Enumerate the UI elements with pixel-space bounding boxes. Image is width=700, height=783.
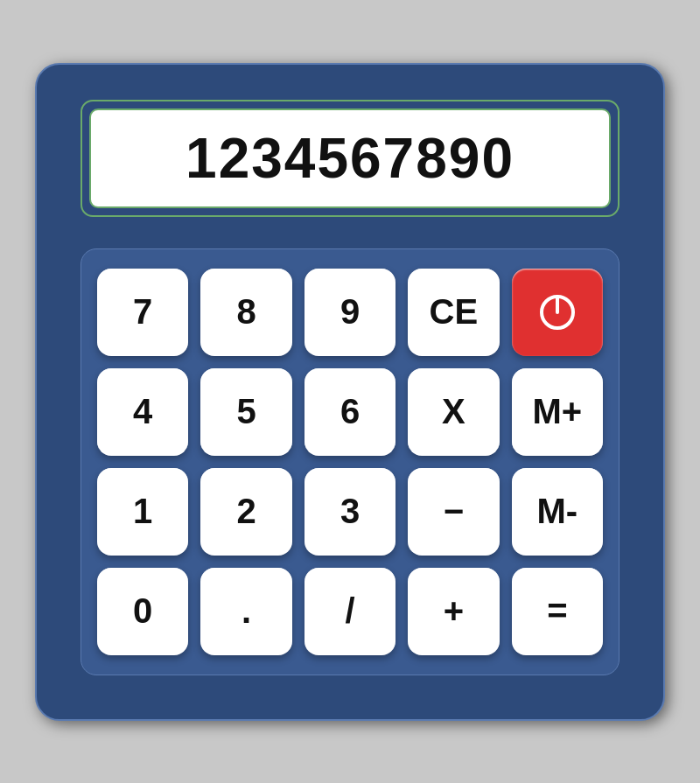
btn-equals[interactable]: = <box>512 568 603 655</box>
btn-2[interactable]: 2 <box>200 468 291 556</box>
row-1: 7 8 9 CE <box>97 269 603 356</box>
btn-8[interactable]: 8 <box>200 269 291 356</box>
btn-m-plus[interactable]: M+ <box>512 368 603 456</box>
display-wrapper: 1234567890 <box>80 100 620 217</box>
calculator: 1234567890 7 8 9 CE 4 5 6 X M+ 1 2 <box>35 63 665 721</box>
btn-ce[interactable]: CE <box>408 269 499 356</box>
row-3: 1 2 3 − M- <box>97 468 603 556</box>
btn-3[interactable]: 3 <box>304 468 396 556</box>
btn-4[interactable]: 4 <box>97 368 188 456</box>
power-icon <box>536 291 578 333</box>
display: 1234567890 <box>89 108 611 208</box>
btn-0[interactable]: 0 <box>97 568 188 655</box>
btn-1[interactable]: 1 <box>97 468 188 556</box>
btn-subtract[interactable]: − <box>408 468 499 556</box>
keypad: 7 8 9 CE 4 5 6 X M+ 1 2 3 − M- <box>80 248 620 675</box>
btn-7[interactable]: 7 <box>97 269 188 356</box>
btn-6[interactable]: 6 <box>304 368 396 456</box>
btn-m-minus[interactable]: M- <box>512 468 603 556</box>
btn-add[interactable]: + <box>408 568 499 655</box>
btn-power[interactable] <box>512 269 603 356</box>
btn-divide[interactable]: / <box>304 568 396 655</box>
row-2: 4 5 6 X M+ <box>97 368 603 456</box>
btn-decimal[interactable]: . <box>200 568 291 655</box>
btn-5[interactable]: 5 <box>200 368 291 456</box>
row-4: 0 . / + = <box>97 568 603 655</box>
btn-multiply[interactable]: X <box>408 368 499 456</box>
btn-9[interactable]: 9 <box>304 269 396 356</box>
